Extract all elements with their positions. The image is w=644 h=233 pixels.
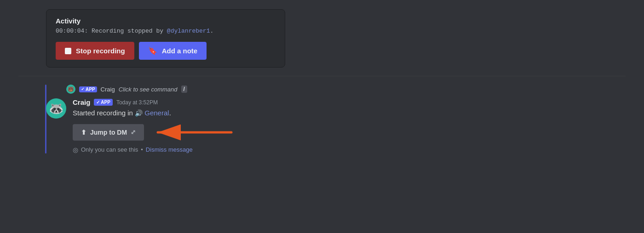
jump-row: ⬆ Jump to DM ⤢ bbox=[73, 124, 626, 141]
command-row-username: Craig bbox=[101, 86, 115, 93]
mention-username: @dylanreber1 bbox=[167, 28, 210, 34]
app-badge-small: ✓ APP bbox=[79, 86, 97, 92]
app-badge: ✓ APP bbox=[94, 99, 113, 106]
section-divider bbox=[18, 76, 626, 76]
log-time: 00:00:04 bbox=[56, 28, 84, 34]
check-icon: ✓ bbox=[81, 87, 85, 91]
activity-title: Activity bbox=[56, 17, 276, 25]
message-row: 🦝 Craig ✓ APP Today at 3:52PM Started re… bbox=[18, 98, 626, 153]
message-timestamp: Today at 3:52PM bbox=[116, 99, 158, 106]
message-username: Craig bbox=[73, 98, 90, 106]
message-text: Started recording in 🔊 General. bbox=[73, 108, 626, 119]
dismiss-message-link[interactable]: Dismiss message bbox=[146, 146, 193, 153]
activity-card: Activity 00:00:04: Recording stopped by … bbox=[46, 9, 285, 68]
app-check-icon: ✓ bbox=[96, 100, 100, 105]
eye-icon: ◎ bbox=[73, 146, 78, 153]
avatar-container: 🦝 bbox=[18, 98, 66, 119]
orange-arrow-svg bbox=[153, 124, 236, 141]
craig-avatar: 🦝 bbox=[46, 98, 66, 119]
message-header: Craig ✓ APP Today at 3:52PM bbox=[73, 98, 626, 106]
activity-log: 00:00:04: Recording stopped by @dylanreb… bbox=[56, 28, 276, 34]
volume-icon: 🔊 bbox=[135, 109, 143, 117]
slash-badge: / bbox=[181, 85, 187, 93]
command-preview-row: 🐻 ✓ APP Craig Click to see command / bbox=[18, 85, 626, 94]
craig-small-avatar: 🐻 bbox=[66, 85, 75, 94]
bear-face-emoji: 🦝 bbox=[49, 102, 63, 114]
bookmark-icon: 🔖 bbox=[148, 46, 157, 55]
orange-arrow-annotation bbox=[153, 124, 236, 141]
up-arrow-icon: ⬆ bbox=[81, 129, 86, 136]
stop-recording-button[interactable]: Stop recording bbox=[56, 42, 134, 60]
footer-visibility: ◎ Only you can see this • Dismiss messag… bbox=[73, 146, 626, 153]
jump-to-dm-button[interactable]: ⬆ Jump to DM ⤢ bbox=[73, 124, 144, 141]
add-note-button[interactable]: 🔖 Add a note bbox=[139, 42, 207, 60]
command-click-text[interactable]: Click to see command bbox=[119, 86, 178, 93]
action-buttons: Stop recording 🔖 Add a note bbox=[56, 42, 276, 60]
message-section: 🐻 ✓ APP Craig Click to see command / 🦝 C… bbox=[18, 85, 626, 153]
external-link-icon: ⤢ bbox=[131, 129, 136, 136]
stop-icon bbox=[65, 48, 71, 54]
message-content: Craig ✓ APP Today at 3:52PM Started reco… bbox=[73, 98, 626, 153]
channel-mention: General bbox=[144, 109, 169, 117]
